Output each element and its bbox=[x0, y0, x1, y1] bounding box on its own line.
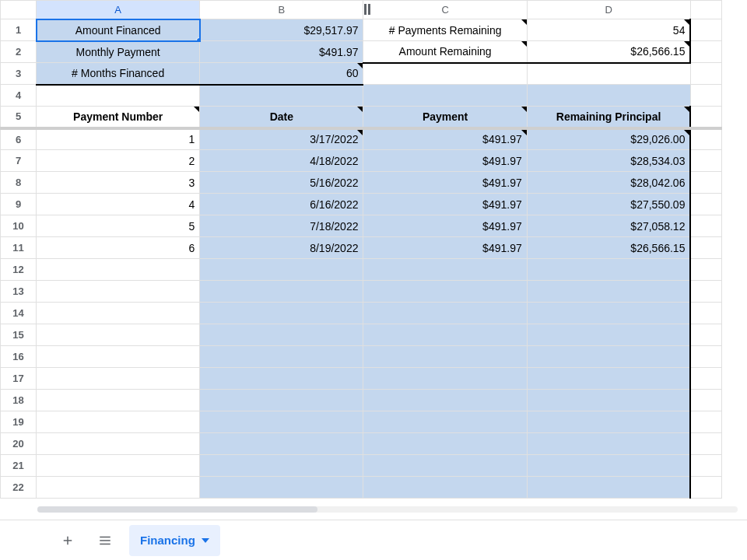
row-header-21[interactable]: 21 bbox=[1, 455, 37, 477]
cell-B12[interactable] bbox=[200, 259, 363, 281]
cell-E20[interactable] bbox=[690, 433, 721, 455]
cell-A1[interactable]: Amount Financed bbox=[37, 19, 200, 41]
cell-D3[interactable] bbox=[527, 63, 690, 85]
cell-C13[interactable] bbox=[363, 281, 527, 303]
cell-D7[interactable]: $28,534.03 bbox=[527, 150, 690, 172]
cell-C10[interactable]: $491.97 bbox=[363, 215, 527, 237]
col-header-A[interactable]: A bbox=[37, 1, 200, 19]
cell-D20[interactable] bbox=[527, 433, 690, 455]
cell-E6[interactable] bbox=[690, 128, 721, 150]
cell-D4[interactable] bbox=[527, 85, 690, 107]
row-header-12[interactable]: 12 bbox=[1, 259, 37, 281]
cell-D22[interactable] bbox=[527, 477, 690, 499]
cell-A4[interactable] bbox=[37, 85, 200, 107]
col-header-extra[interactable] bbox=[690, 1, 721, 19]
cell-D17[interactable] bbox=[527, 368, 690, 390]
cell-E9[interactable] bbox=[690, 194, 721, 215]
row-header-9[interactable]: 9 bbox=[1, 194, 37, 215]
cell-B13[interactable] bbox=[200, 281, 363, 303]
cell-E11[interactable] bbox=[690, 237, 721, 259]
row-header-18[interactable]: 18 bbox=[1, 390, 37, 411]
row-header-15[interactable]: 15 bbox=[1, 324, 37, 346]
sheet-tab-financing[interactable]: Financing bbox=[129, 525, 220, 556]
horizontal-scrollbar[interactable] bbox=[37, 506, 738, 513]
cell-C9[interactable]: $491.97 bbox=[363, 194, 527, 215]
cell-D19[interactable] bbox=[527, 411, 690, 433]
cell-C16[interactable] bbox=[363, 346, 527, 368]
cell-B22[interactable] bbox=[200, 477, 363, 499]
cell-C22[interactable] bbox=[363, 477, 527, 499]
all-sheets-button[interactable] bbox=[92, 527, 118, 554]
cell-C3[interactable] bbox=[363, 63, 527, 85]
cell-B19[interactable] bbox=[200, 411, 363, 433]
cell-D11[interactable]: $26,566.15 bbox=[527, 237, 690, 259]
cell-A3[interactable]: # Months Financed bbox=[37, 63, 200, 85]
row-header-17[interactable]: 17 bbox=[1, 368, 37, 390]
cell-C2[interactable]: Amount Remaining bbox=[363, 41, 527, 63]
cell-B1[interactable]: $29,517.97 bbox=[200, 19, 363, 41]
cell-D21[interactable] bbox=[527, 455, 690, 477]
cell-E4[interactable] bbox=[690, 85, 721, 107]
cell-A19[interactable] bbox=[37, 411, 200, 433]
cell-C14[interactable] bbox=[363, 303, 527, 324]
cell-A20[interactable] bbox=[37, 433, 200, 455]
cell-E3[interactable] bbox=[690, 63, 721, 85]
cell-B7[interactable]: 4/18/2022 bbox=[200, 150, 363, 172]
cell-A13[interactable] bbox=[37, 281, 200, 303]
cell-E5[interactable] bbox=[690, 107, 721, 128]
cell-C21[interactable] bbox=[363, 455, 527, 477]
cell-B17[interactable] bbox=[200, 368, 363, 390]
row-header-10[interactable]: 10 bbox=[1, 215, 37, 237]
cell-A8[interactable]: 3 bbox=[37, 172, 200, 194]
row-header-3[interactable]: 3 bbox=[1, 63, 37, 85]
cell-D14[interactable] bbox=[527, 303, 690, 324]
cell-D18[interactable] bbox=[527, 390, 690, 411]
cell-A21[interactable] bbox=[37, 455, 200, 477]
row-header-11[interactable]: 11 bbox=[1, 237, 37, 259]
cell-C7[interactable]: $491.97 bbox=[363, 150, 527, 172]
cell-E14[interactable] bbox=[690, 303, 721, 324]
column-resize-handle-b[interactable] bbox=[363, 0, 371, 19]
row-header-4[interactable]: 4 bbox=[1, 85, 37, 107]
row-header-2[interactable]: 2 bbox=[1, 41, 37, 63]
cell-E7[interactable] bbox=[690, 150, 721, 172]
cell-B16[interactable] bbox=[200, 346, 363, 368]
cell-C8[interactable]: $491.97 bbox=[363, 172, 527, 194]
cell-D9[interactable]: $27,550.09 bbox=[527, 194, 690, 215]
cell-D10[interactable]: $27,058.12 bbox=[527, 215, 690, 237]
cell-B8[interactable]: 5/16/2022 bbox=[200, 172, 363, 194]
cell-D6[interactable]: $29,026.00 bbox=[527, 128, 690, 150]
cell-D13[interactable] bbox=[527, 281, 690, 303]
cell-D15[interactable] bbox=[527, 324, 690, 346]
selection-handle[interactable] bbox=[196, 37, 200, 41]
cell-A2[interactable]: Monthly Payment bbox=[37, 41, 200, 63]
cell-C5[interactable]: Payment bbox=[363, 107, 527, 128]
cell-B5[interactable]: Date bbox=[200, 107, 363, 128]
cell-A10[interactable]: 5 bbox=[37, 215, 200, 237]
row-header-14[interactable]: 14 bbox=[1, 303, 37, 324]
cell-A18[interactable] bbox=[37, 390, 200, 411]
cell-D16[interactable] bbox=[527, 346, 690, 368]
cell-A15[interactable] bbox=[37, 324, 200, 346]
cell-B11[interactable]: 8/19/2022 bbox=[200, 237, 363, 259]
row-header-7[interactable]: 7 bbox=[1, 150, 37, 172]
spreadsheet-grid[interactable]: A B C D 1 Amount Financed $29,517.97 # P… bbox=[0, 0, 722, 499]
cell-E15[interactable] bbox=[690, 324, 721, 346]
cell-C19[interactable] bbox=[363, 411, 527, 433]
cell-C15[interactable] bbox=[363, 324, 527, 346]
cell-B18[interactable] bbox=[200, 390, 363, 411]
col-header-D[interactable]: D bbox=[527, 1, 690, 19]
col-header-B[interactable]: B bbox=[200, 1, 363, 19]
cell-B6[interactable]: 3/17/2022 bbox=[200, 128, 363, 150]
cell-C17[interactable] bbox=[363, 368, 527, 390]
cell-B20[interactable] bbox=[200, 433, 363, 455]
cell-D5[interactable]: Remaining Principal bbox=[527, 107, 690, 128]
cell-B4[interactable] bbox=[200, 85, 363, 107]
cell-B2[interactable]: $491.97 bbox=[200, 41, 363, 63]
cell-A11[interactable]: 6 bbox=[37, 237, 200, 259]
cell-D12[interactable] bbox=[527, 259, 690, 281]
cell-C11[interactable]: $491.97 bbox=[363, 237, 527, 259]
cell-C4[interactable] bbox=[363, 85, 527, 107]
cell-C18[interactable] bbox=[363, 390, 527, 411]
cell-E2[interactable] bbox=[690, 41, 721, 63]
